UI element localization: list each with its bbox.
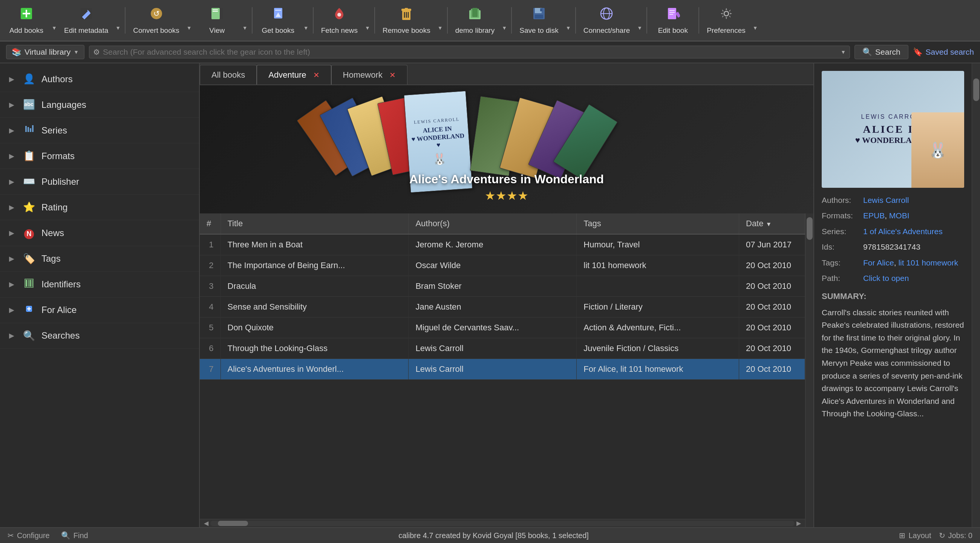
sidebar-item-tags[interactable]: ▶ 🏷️ Tags — [0, 246, 199, 272]
book-table[interactable]: # Title Author(s) Tags Date ▼ 1 Three Me… — [200, 213, 805, 519]
sidebar-item-series[interactable]: ▶ Series — [0, 118, 199, 143]
svg-rect-10 — [213, 11, 218, 12]
save-to-disk-arrow[interactable]: ▼ — [565, 5, 572, 35]
detail-tag-lit101[interactable]: lit 101 homework — [898, 258, 958, 267]
add-books-button[interactable]: Add books — [4, 3, 49, 38]
h-scroll-left-button[interactable]: ◀ — [202, 519, 210, 527]
preferences-arrow[interactable]: ▼ — [752, 5, 759, 35]
layout-button[interactable]: ⊞ Layout — [899, 531, 931, 540]
tab-adventure[interactable]: Adventure ✕ — [257, 65, 331, 84]
table-vertical-scrollbar[interactable] — [805, 213, 813, 527]
sidebar-publisher-label: Publisher — [41, 177, 79, 187]
sidebar-item-identifiers[interactable]: ▶ Identifiers — [0, 272, 199, 298]
tab-adventure-close-icon[interactable]: ✕ — [313, 70, 320, 80]
jobs-spinner-icon: ↻ — [939, 531, 945, 540]
demo-library-arrow[interactable]: ▼ — [501, 5, 508, 35]
preferences-button[interactable]: Preferences — [702, 3, 750, 38]
view-arrow[interactable]: ▼ — [241, 5, 249, 35]
col-authors[interactable]: Author(s) — [409, 213, 577, 234]
row-num: 6 — [200, 338, 221, 359]
publisher-icon: ⌨️ — [22, 176, 35, 188]
view-button[interactable]: View — [194, 3, 240, 38]
demo-library-button[interactable]: demo library — [451, 3, 500, 38]
detail-authors-value[interactable]: Lewis Carroll — [863, 194, 909, 205]
sidebar-item-rating[interactable]: ▶ ⭐ Rating — [0, 194, 199, 220]
detail-format-epub[interactable]: EPUB — [863, 211, 885, 220]
convert-books-icon: ↺ — [149, 6, 164, 24]
edit-book-button[interactable]: Edit book — [650, 3, 695, 38]
tab-homework[interactable]: Homework ✕ — [331, 65, 407, 84]
row-date: 20 Oct 2010 — [739, 317, 805, 338]
edit-metadata-button[interactable]: Edit metadata — [60, 3, 113, 38]
scrollbar-thumb[interactable] — [807, 217, 813, 240]
table-row[interactable]: 4 Sense and Sensibility Jane Austen Fict… — [200, 297, 805, 317]
tags-icon: 🏷️ — [22, 253, 35, 265]
sidebar-item-formats[interactable]: ▶ 📋 Formats — [0, 143, 199, 169]
for-alice-icon — [22, 304, 35, 316]
sidebar: ▶ 👤 Authors ▶ 🔤 Languages ▶ Series ▶ 📋 F… — [0, 63, 200, 527]
col-tags[interactable]: Tags — [577, 213, 739, 234]
remove-books-arrow[interactable]: ▼ — [436, 5, 444, 35]
fetch-news-button[interactable]: Fetch news — [317, 3, 362, 38]
publisher-arrow-icon: ▶ — [9, 178, 17, 186]
table-row[interactable]: 6 Through the Looking-Glass Lewis Carrol… — [200, 338, 805, 359]
edit-metadata-arrow[interactable]: ▼ — [114, 5, 122, 35]
table-row[interactable]: 1 Three Men in a Boat Jerome K. Jerome H… — [200, 234, 805, 255]
tab-homework-close-icon[interactable]: ✕ — [389, 70, 396, 80]
virtual-library-button[interactable]: 📚 Virtual library ▼ — [6, 45, 84, 59]
saved-search-button[interactable]: 🔖 Saved search — [913, 48, 974, 57]
configure-button[interactable]: ✂ Configure — [8, 531, 50, 540]
h-scroll-right-button[interactable]: ▶ — [795, 519, 803, 527]
row-author: Oscar Wilde — [409, 255, 577, 276]
search-input[interactable] — [103, 48, 837, 57]
table-row[interactable]: 5 Don Quixote Miguel de Cervantes Saav..… — [200, 317, 805, 338]
horizontal-scrollbar[interactable]: ◀ ▶ — [200, 519, 805, 527]
table-row[interactable]: 3 Dracula Bram Stoker 20 Oct 2010 — [200, 276, 805, 297]
table-header-row: # Title Author(s) Tags Date ▼ — [200, 213, 805, 234]
detail-tag-for-alice[interactable]: For Alice — [863, 258, 894, 267]
h-scroll-thumb[interactable] — [218, 521, 248, 526]
fetch-news-arrow[interactable]: ▼ — [364, 5, 371, 35]
sidebar-searches-label: Searches — [41, 330, 80, 341]
search-button[interactable]: 🔍 Search — [854, 45, 908, 59]
connect-share-label: Connect/share — [584, 26, 630, 35]
col-num[interactable]: # — [200, 213, 221, 234]
connect-share-button[interactable]: Connect/share — [579, 3, 635, 38]
view-icon — [210, 6, 224, 24]
tab-all-books-label: All books — [212, 70, 245, 80]
remove-books-button[interactable]: Remove books — [378, 3, 435, 38]
searches-icon: 🔍 — [22, 330, 35, 342]
find-label: Find — [73, 531, 88, 540]
svg-rect-33 — [670, 10, 675, 11]
tab-all-books[interactable]: All books — [200, 65, 257, 84]
sidebar-item-publisher[interactable]: ▶ ⌨️ Publisher — [0, 169, 199, 194]
sidebar-item-authors[interactable]: ▶ 👤 Authors — [0, 66, 199, 92]
sidebar-item-languages[interactable]: ▶ 🔤 Languages — [0, 92, 199, 118]
detail-scrollbar[interactable] — [972, 63, 980, 527]
saved-search-bookmark-icon: 🔖 — [913, 48, 923, 57]
get-books-arrow[interactable]: ▼ — [302, 5, 310, 35]
detail-series-label: Series: — [822, 226, 859, 237]
convert-books-button[interactable]: ↺ Convert books — [129, 3, 184, 38]
detail-series-value[interactable]: 1 of Alice's Adventures — [863, 226, 943, 237]
find-button[interactable]: 🔍 Find — [61, 531, 88, 540]
get-books-button[interactable]: Get books — [256, 3, 301, 38]
sidebar-item-searches[interactable]: ▶ 🔍 Searches — [0, 323, 199, 349]
connect-share-arrow[interactable]: ▼ — [636, 5, 643, 35]
search-gear-icon[interactable]: ⚙ — [93, 48, 100, 57]
detail-scrollbar-thumb[interactable] — [973, 78, 979, 101]
table-row[interactable]: 7 Alice's Adventures in Wonderl... Lewis… — [200, 359, 805, 380]
sidebar-item-for-alice[interactable]: ▶ For Alice — [0, 298, 199, 323]
convert-books-arrow[interactable]: ▼ — [185, 5, 193, 35]
add-books-arrow[interactable]: ▼ — [51, 5, 58, 35]
detail-path-value[interactable]: Click to open — [863, 272, 909, 283]
save-to-disk-button[interactable]: Save to disk — [515, 3, 563, 38]
table-row[interactable]: 2 The Importance of Being Earn... Oscar … — [200, 255, 805, 276]
col-date[interactable]: Date ▼ — [739, 213, 805, 234]
detail-format-mobi[interactable]: MOBI — [889, 211, 910, 220]
sidebar-item-news[interactable]: ▶ N News — [0, 220, 199, 246]
row-tags: For Alice, lit 101 homework — [577, 359, 739, 380]
detail-panel: LEWIS CARROLL ALICE IN ♥ WONDERLAND ♥ 🐰 … — [813, 63, 972, 527]
view-label: View — [209, 26, 224, 35]
col-title[interactable]: Title — [221, 213, 409, 234]
